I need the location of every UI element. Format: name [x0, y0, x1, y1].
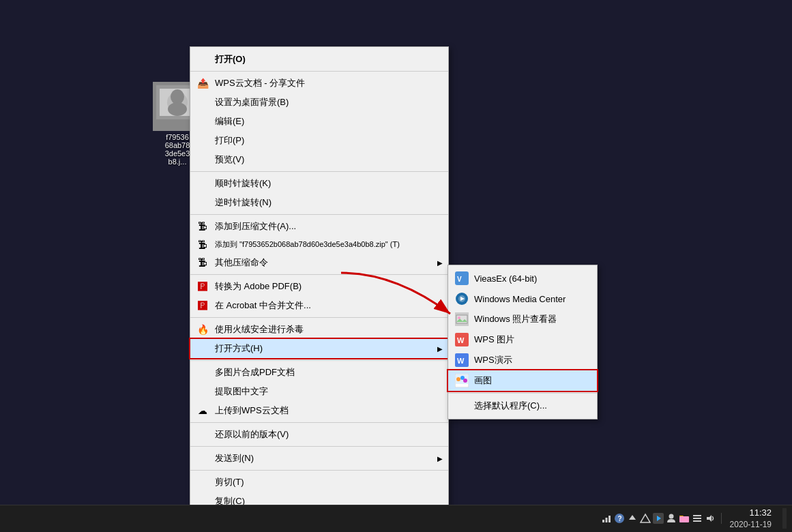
svg-marker-30	[629, 515, 636, 520]
menu-extract-text[interactable]: 提取图中文字	[190, 382, 448, 401]
svg-point-34	[669, 514, 673, 519]
zip3-icon: 🗜	[196, 256, 209, 269]
menu-acrobat-merge[interactable]: 🅿 在 Acrobat 中合并文件...	[190, 296, 448, 315]
separator-4	[190, 317, 448, 318]
svg-text:V: V	[457, 276, 462, 283]
svg-rect-27	[608, 516, 611, 522]
svg-marker-39	[707, 515, 712, 522]
taskbar-edge	[782, 508, 787, 529]
openwith-arrow: ▶	[437, 345, 443, 353]
context-menu: 打开(O) 📤 WPS云文档 - 分享文件 设置为桌面背景(B) 编辑(E) 打…	[190, 46, 449, 532]
menu-cut[interactable]: 剪切(T)	[190, 473, 448, 492]
svg-marker-31	[641, 514, 650, 522]
separator-0	[190, 71, 448, 72]
menu-virus-scan[interactable]: 🔥 使用火绒安全进行杀毒	[190, 320, 448, 339]
sendto-arrow: ▶	[437, 455, 443, 462]
separator-2	[190, 214, 448, 215]
separator-8	[190, 470, 448, 471]
arrow-up-icon[interactable]	[627, 513, 638, 524]
menu-upload-wps[interactable]: ☁ 上传到WPS云文档	[190, 401, 448, 420]
separator-1	[190, 171, 448, 172]
volume-icon[interactable]	[705, 513, 716, 524]
menu-add-zip2[interactable]: 🗜 添加到 "f7953652b068ab78d60e3de5e3a4b0b8.…	[190, 236, 448, 253]
svg-rect-25	[602, 520, 604, 522]
separator-7	[190, 446, 448, 447]
taskbar-system-icons: ?	[596, 513, 722, 524]
menu-preview[interactable]: 预览(V)	[190, 150, 448, 169]
zip2-icon: 🗜	[196, 238, 209, 252]
svg-rect-38	[693, 520, 701, 522]
submenu-wmc[interactable]: Windows Media Center	[448, 289, 597, 309]
taskbar-right: ?	[596, 507, 792, 531]
folder-icon[interactable]	[679, 513, 690, 524]
svg-text:?: ?	[617, 515, 621, 522]
taskbar: ?	[0, 505, 792, 532]
submenu-choose-default[interactable]: 选择默认程序(C)...	[448, 396, 597, 416]
menu-wps-cloud[interactable]: 📤 WPS云文档 - 分享文件	[190, 74, 448, 93]
wps-icon: ☁	[196, 404, 209, 417]
choose-default-icon	[455, 399, 469, 413]
submenu-sep	[448, 393, 597, 394]
svg-point-4	[171, 89, 184, 104]
vieas-icon: V	[455, 271, 469, 285]
svg-rect-37	[693, 518, 701, 519]
svg-text:W: W	[457, 336, 465, 344]
svg-point-23	[463, 379, 467, 383]
pdf-icon: 🅿	[196, 280, 209, 293]
submenu-wps-img[interactable]: W WPS 图片	[448, 329, 597, 350]
share-icon: 📤	[196, 76, 209, 90]
question-icon[interactable]: ?	[614, 513, 625, 524]
svg-point-5	[168, 102, 187, 116]
clock-date: 2020-11-19	[730, 519, 772, 531]
menu-send-to[interactable]: 发送到(N) ▶	[190, 449, 448, 468]
menu-to-pdf[interactable]: 🅿 转换为 Adobe PDF(B)	[190, 277, 448, 296]
svg-rect-26	[605, 518, 607, 522]
fire-icon: 🔥	[196, 323, 209, 336]
svg-rect-35	[679, 516, 689, 522]
paint-icon	[455, 374, 469, 387]
submenu-win-photos[interactable]: Windows 照片查看器	[448, 309, 597, 329]
menu-rotate-cw[interactable]: 顺时针旋转(K)	[190, 174, 448, 193]
menu-set-wallpaper[interactable]: 设置为桌面背景(B)	[190, 93, 448, 112]
svg-rect-36	[693, 515, 701, 516]
network-icon[interactable]	[601, 513, 612, 524]
wmc-icon	[455, 292, 469, 306]
submenu-vieasex[interactable]: V VieasEx (64-bit)	[448, 268, 597, 289]
menu-open-with[interactable]: 打开方式(H) ▶	[190, 339, 448, 358]
wpsshow-icon: W	[455, 353, 469, 367]
people-icon[interactable]	[666, 513, 677, 524]
clock-time: 11:32	[730, 507, 772, 519]
notif-icon[interactable]	[640, 513, 651, 524]
menu-other-zip[interactable]: 🗜 其他压缩命令 ▶	[190, 253, 448, 272]
menu-open[interactable]: 打开(O)	[190, 50, 448, 69]
svg-rect-12	[456, 315, 467, 323]
zip-icon: 🗜	[196, 220, 209, 233]
svg-point-21	[456, 377, 460, 381]
winphotos-icon	[455, 312, 469, 326]
svg-text:W: W	[457, 357, 465, 365]
desktop: f7953668ab783de5e3b8.j... 打开(O) 📤 WPS云文档…	[0, 0, 792, 532]
submenu-arrow: ▶	[437, 259, 443, 267]
separator-3	[190, 274, 448, 275]
separator-5	[190, 360, 448, 361]
submenu-paint[interactable]: 画图	[448, 370, 597, 391]
submenu-openwith: V VieasEx (64-bit) Windows Media Center …	[448, 265, 598, 419]
taskbar-clock[interactable]: 11:32 2020-11-19	[724, 507, 777, 531]
menu-rotate-ccw[interactable]: 逆时针旋转(N)	[190, 193, 448, 212]
media-icon[interactable]	[653, 513, 664, 524]
bar-icon[interactable]	[692, 513, 703, 524]
menu-print[interactable]: 打印(P)	[190, 131, 448, 150]
wpsimg-icon: W	[455, 333, 469, 346]
menu-edit[interactable]: 编辑(E)	[190, 112, 448, 131]
svg-point-13	[458, 316, 460, 319]
menu-restore[interactable]: 还原以前的版本(V)	[190, 425, 448, 444]
submenu-wps-show[interactable]: W WPS演示	[448, 350, 597, 370]
separator-6	[190, 422, 448, 423]
menu-add-zip[interactable]: 🗜 添加到压缩文件(A)...	[190, 217, 448, 236]
menu-merge-pdf[interactable]: 多图片合成PDF文档	[190, 363, 448, 382]
pdf2-icon: 🅿	[196, 299, 209, 312]
